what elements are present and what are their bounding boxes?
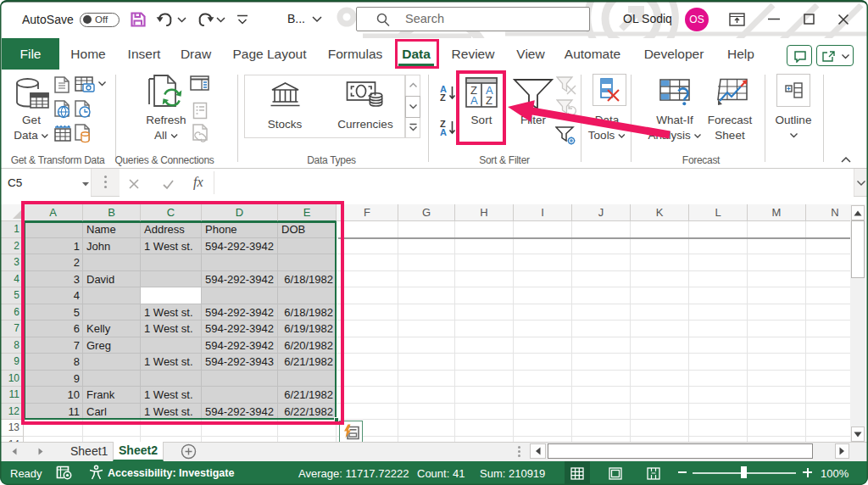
svg-text:Z: Z [440, 92, 446, 102]
svg-text:A: A [440, 127, 447, 137]
